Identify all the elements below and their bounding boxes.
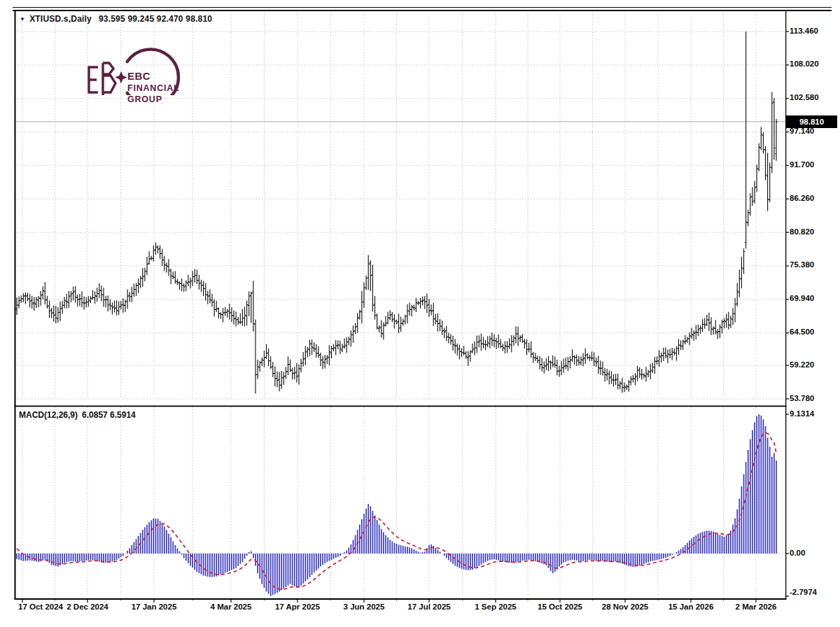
price-axis-label: 113.460: [790, 27, 818, 35]
price-axis-label: 91.700: [790, 160, 814, 169]
date-axis-label: 3 Jun 2025: [332, 603, 396, 611]
logo-line-ebc: EBC: [127, 70, 180, 82]
macd-axis-label: 0.00: [790, 549, 805, 557]
date-axis-label: 15 Jan 2026: [659, 603, 722, 611]
price-axis-label: 64.500: [790, 327, 814, 336]
price-axis-label: 80.820: [790, 227, 814, 236]
price-axis-label: 97.140: [790, 127, 814, 135]
logo-line-group: GROUP: [127, 94, 180, 104]
symbol-header[interactable]: ▼XTIUSD.s,Daily93.595 99.245 92.470 98.8…: [20, 14, 212, 24]
price-axis-label: 69.940: [790, 294, 814, 302]
brand-logo-text: EBC FINANCIAL GROUP: [127, 70, 180, 104]
date-axis-label: 17 Apr 2025: [266, 603, 329, 611]
price-axis-label: 75.380: [790, 260, 814, 269]
symbol-ohlc-values: 93.595 99.245 92.470 98.810: [99, 14, 212, 24]
date-axis-label: 4 Mar 2025: [200, 603, 262, 611]
macd-indicator-label: MACD(12,26,9)6.0857 6.5914: [19, 410, 136, 420]
macd-axis-label: 9.1314: [790, 409, 814, 418]
macd-axis-label: -2.7974: [790, 588, 817, 596]
date-axis-label: 15 Oct 2025: [528, 603, 592, 611]
date-axis-label: 17 Jan 2025: [122, 603, 186, 611]
chart-window: ▼XTIUSD.s,Daily93.595 99.245 92.470 98.8…: [0, 0, 840, 627]
date-axis-label: 2 Mar 2026: [724, 603, 788, 611]
macd-values: 6.0857 6.5914: [82, 410, 136, 420]
price-axis-label: 108.020: [790, 59, 819, 68]
symbol-dropdown-icon[interactable]: ▼: [20, 16, 25, 22]
date-axis-label: 2 Dec 2024: [56, 603, 119, 611]
price-axis-label: 53.780: [790, 394, 814, 402]
date-axis-label: 28 Nov 2025: [594, 603, 657, 611]
logo-line-financial: FINANCIAL: [127, 83, 180, 93]
price-axis-label: 86.260: [790, 194, 814, 202]
date-axis-label: 17 Jul 2025: [398, 603, 461, 611]
price-axis-label: 102.580: [790, 93, 819, 101]
symbol-title: XTIUSD.s,Daily: [29, 14, 92, 24]
price-axis-label: 59.220: [790, 360, 814, 369]
brand-logo: EBC FINANCIAL GROUP: [36, 31, 197, 95]
date-axis-label: 1 Sep 2025: [464, 603, 527, 611]
macd-name: MACD(12,26,9): [19, 410, 78, 420]
